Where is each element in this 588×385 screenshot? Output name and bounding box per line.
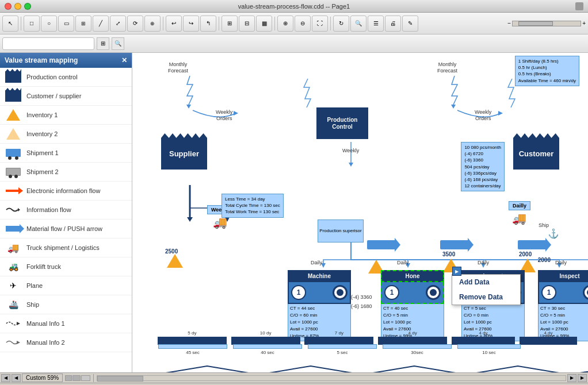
tb-btn-2[interactable]: ○ (41, 16, 57, 32)
timeline-bot-4: 30sec (411, 350, 423, 355)
machine-ct: CT = 44 sec (290, 305, 349, 312)
tb-btn-7[interactable]: ⟳ (127, 16, 143, 32)
tb-btn-8[interactable]: ⊕ (144, 16, 161, 32)
toolbar2: ⊞ 🔍 (0, 34, 588, 53)
window-title: value-stream-process-flow.cdd -- Page1 (238, 3, 350, 10)
tb-btn-17[interactable]: ✎ (402, 16, 418, 32)
sidebar-item-ship[interactable]: 🚢 Ship (0, 295, 132, 314)
close-button[interactable] (5, 3, 12, 10)
sidebar-close-icon[interactable]: ✕ (121, 56, 127, 64)
ship-label: Ship (539, 222, 549, 228)
tb-btn-15[interactable]: ↻ (333, 16, 349, 32)
scroll-right-btn[interactable]: ▶ (567, 374, 576, 382)
scroll-left-btn[interactable]: ◀ (1, 374, 10, 382)
sidebar-label-13: Manual Info 1 (26, 320, 65, 327)
search-btn[interactable]: 🔍 (350, 16, 366, 32)
info-line-2: 0.5 hrs (Breaks) (518, 71, 576, 77)
canvas-area[interactable]: MonthlyForecast MonthlyForecast WeeklyOr… (132, 53, 588, 372)
svg-marker-0 (18, 208, 20, 211)
cust-info-6: 12 containers/day (464, 183, 501, 189)
sidebar-label-10: Forklift truck (26, 263, 61, 270)
sidebar-item-manual-info1[interactable]: Manual Info 1 (0, 314, 132, 333)
sidebar-item-shipment1[interactable]: Shipment 1 (0, 144, 132, 163)
inventory1-icon (5, 109, 22, 121)
minimize-button[interactable] (14, 3, 21, 10)
tb-btn-12[interactable]: ⊞ (222, 16, 238, 32)
context-trigger-icon[interactable]: ▶ (452, 267, 461, 276)
tb-btn-10[interactable]: ↪ (183, 16, 199, 32)
zoom-out-btn[interactable]: ⊖ (295, 16, 311, 32)
sidebar-item-info-flow[interactable]: Information flow (0, 201, 132, 220)
sidebar-item-forklift[interactable]: 🚜 Forklift truck (0, 257, 132, 276)
tb-btn-5[interactable]: ╱ (93, 16, 109, 32)
sidebar-item-inventory1[interactable]: Inventory 1 (0, 106, 132, 125)
page-size-3[interactable] (81, 375, 90, 381)
tb-btn-13[interactable]: ⊟ (239, 16, 255, 32)
print-btn[interactable]: 🖨 (385, 16, 401, 32)
daily-1: Daily (311, 260, 322, 265)
tb-btn-16[interactable]: ☰ (368, 16, 384, 32)
tb-btn-1[interactable]: □ (24, 16, 40, 32)
cust-info-5: (-6) 168 pcs/day (464, 176, 501, 183)
search-icon-btn[interactable]: 🔍 (112, 37, 124, 50)
hone-workers: 1 (384, 285, 399, 300)
page-size-1[interactable] (65, 375, 72, 381)
scroll-right2-btn[interactable]: ▶ (578, 374, 587, 382)
truck-left-icon: 🚚 (213, 215, 227, 229)
page-size-2[interactable] (72, 375, 81, 381)
tb-btn-6[interactable]: ⤢ (110, 16, 126, 32)
sidebar-item-truck-shipment[interactable]: 🚚 Truck shipment / Logistics (0, 238, 132, 257)
inspect1-ct: CT = 5 sec (464, 305, 522, 312)
tb-btn-9[interactable]: ↩ (166, 16, 182, 32)
sidebar-item-customer-supplier[interactable]: Customer / supplier (0, 87, 132, 106)
inspect2-ct: CT = 30 sec (540, 305, 588, 312)
zoom-minus[interactable]: − (507, 20, 511, 26)
daily-3: Daily (478, 260, 489, 265)
grid-button[interactable]: ⊞ (97, 37, 109, 50)
electronic-info-icon (5, 184, 22, 197)
weekly-label: Weekly (342, 148, 359, 153)
sidebar-item-production-control[interactable]: Production control (0, 68, 132, 87)
window-icon (575, 2, 583, 10)
sidebar-label-0: Production control (26, 74, 78, 80)
prod-supervisor-label: Production superisor (319, 228, 361, 234)
truck-icon: 🚚 (5, 241, 22, 254)
tb-btn-11[interactable]: ↰ (200, 16, 216, 32)
customer-label: Customer (519, 149, 554, 158)
hone-extra-1: (-4) 3360 (351, 294, 372, 300)
sidebar-item-plane[interactable]: ✈ Plane (0, 276, 132, 295)
sidebar-label-9: Truck shipment / Logistics (26, 244, 100, 251)
zoom-fit-btn[interactable]: ⛶ (312, 16, 328, 32)
zoom-plus[interactable]: + (582, 20, 586, 26)
tb-btn-3[interactable]: ▭ (58, 16, 74, 32)
sidebar-label-1: Customer / supplier (26, 93, 81, 99)
daily-label-box: Dailly (509, 201, 530, 210)
search-box[interactable] (2, 37, 94, 50)
timeline-top-5: 4 dy (479, 330, 487, 336)
select-tool[interactable]: ↖ (2, 16, 18, 32)
sidebar-item-manual-info2[interactable]: Manual Info 2 (0, 333, 132, 352)
context-remove-data[interactable]: Remove Data (452, 290, 520, 305)
zoom-in-btn[interactable]: ⊕ (277, 16, 293, 32)
search-input[interactable] (5, 40, 80, 47)
ship-icon-diagram: ⚓ (548, 228, 559, 239)
h-scroll-track[interactable] (97, 375, 566, 381)
tb-btn-4[interactable]: ⊞ (75, 16, 91, 32)
sidebar-item-inventory2[interactable]: Inventory 2 (0, 125, 132, 144)
h-scroll-thumb[interactable] (97, 376, 143, 382)
sidebar-item-electronic-info[interactable]: Electronic information flow (0, 182, 132, 201)
maximize-button[interactable] (24, 3, 31, 10)
scroll-bar-area: ◀ ◀ Custom 59% ▶ ▶ (0, 372, 588, 383)
page-size-buttons (65, 375, 90, 381)
svg-marker-2 (17, 341, 20, 344)
inspect2-workers: 1 (541, 285, 556, 300)
timeline-top-6: 4 dy (544, 330, 552, 336)
sidebar-item-material-flow[interactable]: Material flow / PUSH arrow (0, 220, 132, 238)
inspect2-lot: Lot = 1000 pc (540, 319, 588, 326)
sidebar-item-shipment2[interactable]: Shipment 2 (0, 163, 132, 182)
scroll-left2-btn[interactable]: ◀ (12, 374, 21, 382)
inventory-2000-right: 2000 (538, 257, 551, 263)
proc-info-2: Total Work Time = 130 sec (225, 209, 280, 215)
context-add-data[interactable]: Add Data (452, 275, 520, 290)
tb-btn-14[interactable]: ▦ (256, 16, 272, 32)
